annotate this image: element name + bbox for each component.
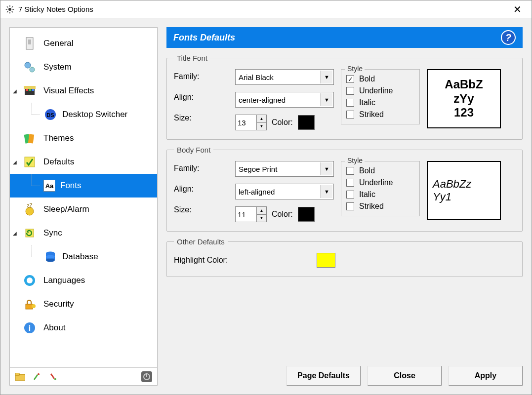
svg-point-38 — [38, 373, 40, 375]
title-family-combo[interactable]: Arial Black ▼ — [235, 69, 334, 85]
svg-point-29 — [46, 255, 55, 259]
sleep-alarm-icon: zZ — [22, 201, 38, 217]
apply-button[interactable]: Apply — [449, 366, 523, 386]
color-label: Color: — [272, 118, 293, 127]
title-bold-checkbox[interactable]: ✓Bold — [346, 75, 414, 83]
close-window-button[interactable]: ✕ — [508, 1, 527, 17]
spin-up[interactable]: ▲ — [257, 115, 266, 123]
svg-rect-16 — [32, 89, 34, 91]
body-size-spinner[interactable]: ▲▼ — [235, 206, 267, 222]
sidebar-item-general[interactable]: General — [10, 32, 157, 55]
highlight-color-swatch[interactable] — [317, 253, 335, 268]
sidebar-item-sleep-alarm[interactable]: zZ Sleep/Alarm — [10, 198, 157, 221]
svg-point-31 — [27, 277, 33, 283]
body-bold-checkbox[interactable]: Bold — [346, 166, 414, 175]
color-label: Color: — [272, 210, 293, 219]
body-font-group: Body Font Family: Align: Size: Segoe Pri… — [166, 146, 523, 232]
titlebar: 7 Sticky Notes Options ✕ — [0, 0, 532, 18]
sidebar-item-fonts[interactable]: Aa Fonts — [10, 174, 157, 198]
body-family-combo[interactable]: Segoe Print ▼ — [235, 161, 334, 177]
svg-rect-37 — [15, 373, 19, 375]
other-defaults-legend: Other Defaults — [174, 237, 228, 246]
fonts-icon: Aa — [43, 180, 55, 192]
sync-icon — [22, 225, 38, 241]
svg-point-33 — [32, 304, 36, 308]
dropdown-arrow-icon: ▼ — [321, 71, 332, 83]
body-align-combo[interactable]: left-aligned ▼ — [235, 184, 334, 199]
close-button[interactable]: Close — [368, 366, 442, 386]
title-align-combo[interactable]: center-aligned ▼ — [235, 92, 334, 108]
spin-down[interactable]: ▼ — [257, 215, 266, 222]
spin-up[interactable]: ▲ — [257, 207, 266, 215]
family-label: Family: — [174, 164, 228, 173]
folder-icon[interactable] — [15, 371, 26, 382]
import-icon[interactable] — [32, 371, 42, 382]
svg-rect-10 — [28, 40, 31, 44]
visual-effects-icon — [22, 83, 38, 99]
info-icon: i — [22, 320, 38, 336]
help-button[interactable]: ? — [501, 30, 516, 45]
window-title: 7 Sticky Notes Options — [18, 5, 93, 13]
sidebar-item-about[interactable]: i About — [10, 316, 157, 340]
page-defaults-button[interactable]: Page Defaults — [286, 366, 361, 386]
title-style-group: Style ✓Bold Underline Italic Striked — [341, 69, 420, 124]
sidebar-item-languages[interactable]: Languages — [10, 269, 157, 292]
size-label: Size: — [174, 205, 228, 214]
title-striked-checkbox[interactable]: Striked — [346, 110, 414, 119]
body-style-group: Style Bold Underline Italic Striked — [341, 161, 420, 216]
title-font-group: Title Font Family: Align: Size: Arial Bl… — [166, 54, 523, 140]
defaults-icon — [22, 154, 38, 170]
sidebar-item-sync[interactable]: ◢ Sync — [10, 221, 157, 245]
svg-line-6 — [12, 11, 13, 12]
expander-icon[interactable]: ◢ — [13, 231, 17, 236]
body-size-input[interactable] — [235, 206, 257, 222]
expander-icon[interactable]: ◢ — [13, 159, 17, 165]
svg-rect-22 — [25, 157, 35, 167]
family-label: Family: — [174, 72, 228, 81]
lock-icon — [22, 296, 38, 312]
power-icon[interactable] — [141, 371, 152, 382]
spin-down[interactable]: ▼ — [257, 123, 266, 130]
dropdown-arrow-icon: ▼ — [321, 162, 332, 175]
sidebar-item-desktop-switcher[interactable]: DS Desktop Switcher — [10, 103, 157, 126]
title-size-spinner[interactable]: ▲▼ — [235, 115, 267, 130]
body-font-legend: Body Font — [174, 146, 213, 154]
sidebar-item-system[interactable]: System — [10, 55, 157, 79]
panel-header: Fonts Defaults ? — [166, 27, 523, 48]
dialog-buttons: Page Defaults Close Apply — [166, 360, 523, 386]
svg-text:i: i — [29, 324, 31, 332]
sidebar-item-themes[interactable]: Themes — [10, 126, 157, 150]
dropdown-arrow-icon: ▼ — [321, 185, 332, 198]
title-underline-checkbox[interactable]: Underline — [346, 86, 414, 95]
title-italic-checkbox[interactable]: Italic — [346, 98, 414, 107]
body-underline-checkbox[interactable]: Underline — [346, 178, 414, 187]
svg-line-8 — [12, 6, 13, 7]
sidebar-item-database[interactable]: Database — [10, 245, 157, 269]
export-icon[interactable] — [48, 371, 59, 382]
svg-point-11 — [25, 62, 31, 68]
svg-point-23 — [26, 207, 34, 215]
title-color-swatch[interactable] — [298, 115, 315, 130]
main-panel: Fonts Defaults ? Title Font Family: Alig… — [166, 27, 523, 386]
body-striked-checkbox[interactable]: Striked — [346, 202, 414, 211]
sidebar-item-defaults[interactable]: ◢ Defaults — [10, 150, 157, 174]
align-label: Align: — [174, 93, 228, 102]
svg-rect-14 — [26, 89, 28, 91]
svg-line-7 — [7, 11, 8, 12]
sidebar-item-visual-effects[interactable]: ◢ Visual Effects — [10, 79, 157, 103]
svg-rect-32 — [26, 304, 33, 309]
sidebar-item-security[interactable]: Security — [10, 292, 157, 316]
other-defaults-group: Other Defaults Highlight Color: — [166, 237, 523, 277]
system-gears-icon — [22, 59, 38, 75]
highlight-color-label: Highlight Color: — [174, 256, 228, 265]
svg-rect-15 — [29, 89, 31, 91]
sidebar-toolbar — [10, 367, 157, 385]
expander-icon[interactable]: ◢ — [13, 88, 17, 94]
body-color-swatch[interactable] — [298, 207, 315, 222]
svg-text:DS: DS — [46, 112, 54, 118]
svg-line-5 — [7, 6, 8, 7]
body-italic-checkbox[interactable]: Italic — [346, 190, 414, 199]
title-font-legend: Title Font — [174, 54, 210, 62]
title-size-input[interactable] — [235, 115, 257, 130]
size-label: Size: — [174, 114, 228, 122]
